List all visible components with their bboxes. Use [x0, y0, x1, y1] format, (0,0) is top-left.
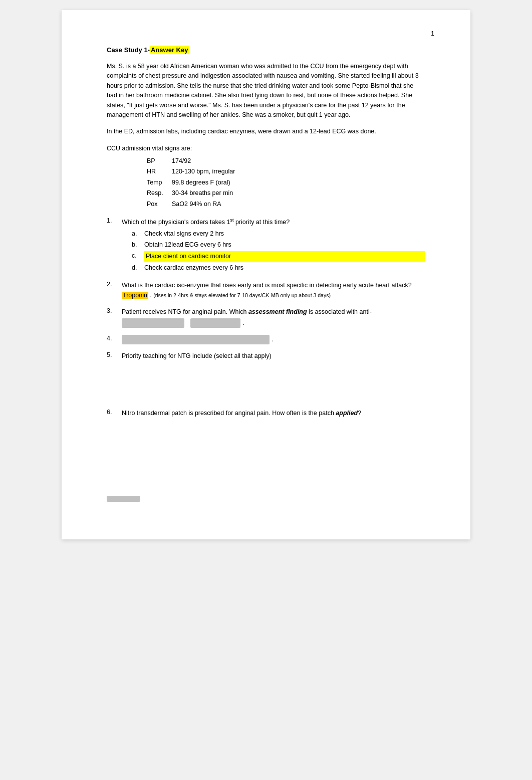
footer-redacted [107, 496, 140, 502]
intro-paragraph: Ms. S. is a 58 year old African American… [107, 62, 425, 120]
ed-paragraph: In the ED, admission labs, including car… [107, 127, 425, 136]
vital-value-temp: 99.8 degrees F (oral) [172, 178, 230, 187]
choice-1a-text: Check vital signs every 2 hrs [144, 229, 425, 239]
vital-label-hr: HR [147, 167, 172, 176]
vital-label-temp: Temp [147, 178, 172, 187]
question-1-text: Which of the physician's orders takes 1s… [122, 219, 290, 226]
question-5-number: 5. [107, 351, 122, 358]
question-6-number: 6. [107, 409, 122, 416]
choice-1c-text: Place client on cardiac monitor [144, 251, 425, 262]
question-6-text-before: Nitro transdermal patch is prescribed fo… [122, 410, 361, 417]
questions-section: 1. Which of the physician's orders takes… [107, 217, 425, 502]
question-3-separator [186, 318, 188, 328]
question-1: 1. Which of the physician's orders takes… [107, 217, 425, 274]
question-3-number: 3. [107, 307, 122, 314]
question-6-answer-space [107, 425, 425, 485]
question-4-period: . [270, 336, 273, 343]
question-3-redacted-1 [122, 318, 184, 328]
question-3-content: Patient receives NTG for anginal pain. W… [122, 307, 425, 328]
question-4-redacted [122, 335, 270, 344]
choice-1d: d. Check cardiac enzymes every 6 hrs [132, 263, 425, 273]
choice-1c: c. Place client on cardiac monitor [132, 251, 425, 262]
title-prefix: Case Study 1- [107, 46, 150, 54]
vital-row-resp: Resp. 30-34 breaths per min [147, 188, 425, 198]
question-4-content: . [122, 335, 425, 344]
page-number: 1 [431, 30, 434, 37]
question-2-text-after: . [148, 292, 153, 299]
choice-1a-letter: a. [132, 229, 144, 239]
question-5-content: Priority teaching for NTG include (selec… [122, 351, 425, 361]
vital-value-bp: 174/92 [172, 156, 191, 166]
question-1-choices: a. Check vital signs every 2 hrs b. Obta… [132, 229, 425, 272]
question-1-number: 1. [107, 217, 122, 224]
question-2-text-before: What is the cardiac iso-enzyme that rise… [122, 282, 412, 289]
document-page: 1 Case Study 1-Answer Key Ms. S. is a 58… [62, 10, 470, 539]
question-5-answer-space [107, 368, 425, 409]
question-6: 6. Nitro transdermal patch is prescribed… [107, 409, 425, 418]
question-4-number: 4. [107, 335, 122, 342]
vital-row-bp: BP 174/92 [147, 156, 425, 166]
vital-value-hr: 120-130 bpm, irregular [172, 167, 235, 176]
question-5: 5. Priority teaching for NTG include (se… [107, 351, 425, 361]
vital-value-resp: 30-34 breaths per min [172, 188, 233, 198]
title-highlight: Answer Key [150, 46, 189, 54]
question-5-text: Priority teaching for NTG include (selec… [122, 352, 272, 359]
choice-1b-text: Obtain 12lead ECG every 6 hrs [144, 240, 425, 250]
question-2: 2. What is the cardiac iso-enzyme that r… [107, 281, 425, 300]
vital-row-temp: Temp 99.8 degrees F (oral) [147, 178, 425, 187]
vital-label-resp: Resp. [147, 188, 172, 198]
vital-label-pox: Pox [147, 200, 172, 209]
vital-value-pox: SaO2 94% on RA [172, 200, 221, 209]
vital-row-pox: Pox SaO2 94% on RA [147, 200, 425, 209]
question-6-content: Nitro transdermal patch is prescribed fo… [122, 409, 425, 418]
vital-label-bp: BP [147, 156, 172, 166]
question-3-redacted-2 [190, 318, 241, 328]
question-4: 4. . [107, 335, 425, 344]
troponin-answer: Troponin [122, 292, 148, 299]
question-2-note: (rises in 2-4hrs & stays elevated for 7-… [153, 292, 331, 298]
question-3: 3. Patient receives NTG for anginal pain… [107, 307, 425, 328]
question-3-line2: . [122, 318, 425, 328]
ccu-label: CCU admission vital signs are: [107, 144, 425, 153]
question-1-content: Which of the physician's orders takes 1s… [122, 217, 425, 274]
choice-1d-letter: d. [132, 263, 144, 273]
choice-1b-letter: b. [132, 240, 144, 250]
question-3-period: . [242, 318, 244, 328]
question-2-number: 2. [107, 281, 122, 288]
footer-area [107, 495, 425, 502]
vitals-table: BP 174/92 HR 120-130 bpm, irregular Temp… [147, 156, 425, 209]
vital-row-hr: HR 120-130 bpm, irregular [147, 167, 425, 176]
choice-1d-text: Check cardiac enzymes every 6 hrs [144, 263, 425, 273]
question-2-content: What is the cardiac iso-enzyme that rise… [122, 281, 425, 300]
choice-1b: b. Obtain 12lead ECG every 6 hrs [132, 240, 425, 250]
choice-1c-letter: c. [132, 251, 144, 262]
question-3-text-before: Patient receives NTG for anginal pain. W… [122, 308, 372, 315]
document-title: Case Study 1-Answer Key [107, 46, 425, 54]
choice-1a: a. Check vital signs every 2 hrs [132, 229, 425, 239]
